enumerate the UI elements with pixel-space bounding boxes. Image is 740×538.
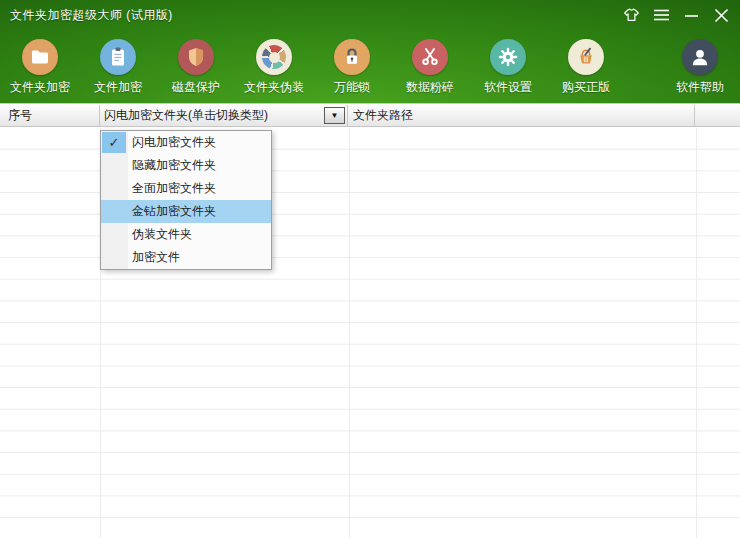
minimize-button[interactable] <box>680 4 702 26</box>
gear-icon <box>490 39 526 75</box>
menu-item-label: 伪装文件夹 <box>132 227 192 241</box>
menu-item-diamond-encrypt-folder[interactable]: 金钻加密文件夹 <box>101 200 271 223</box>
skin-shirt-icon <box>622 7 641 23</box>
app-header: 文件夹加密超级大师 (试用版) 文件夹加密 <box>0 0 740 104</box>
toolbar-buy-genuine[interactable]: 购买正版 <box>552 39 620 96</box>
toolbar-help[interactable]: 软件帮助 <box>666 39 734 96</box>
toolbar-label: 文件加密 <box>94 79 142 96</box>
menu-item-label: 闪电加密文件夹 <box>132 135 216 149</box>
chevron-down-icon: ▼ <box>331 111 339 120</box>
column-divider <box>696 128 697 538</box>
shield-icon <box>178 39 214 75</box>
window-controls <box>620 4 740 26</box>
menu-item-label: 全面加密文件夹 <box>132 181 216 195</box>
person-icon <box>682 39 718 75</box>
toolbar-settings[interactable]: 软件设置 <box>474 39 542 96</box>
padlock-icon <box>334 39 370 75</box>
toolbar-label: 文件夹伪装 <box>244 79 304 96</box>
menu-item-label: 隐藏加密文件夹 <box>132 158 216 172</box>
type-dropdown-button[interactable]: ▼ <box>324 107 345 124</box>
clipboard-icon <box>100 39 136 75</box>
window-title: 文件夹加密超级大师 (试用版) <box>0 7 173 24</box>
minimize-icon <box>684 8 699 22</box>
toolbar-label: 万能锁 <box>334 79 370 96</box>
titlebar: 文件夹加密超级大师 (试用版) <box>0 0 740 30</box>
menu-item-encrypt-file[interactable]: 加密文件 <box>101 246 271 269</box>
scissors-icon <box>412 39 448 75</box>
close-button[interactable] <box>710 4 732 26</box>
skin-button[interactable] <box>620 4 642 26</box>
column-header-empty <box>695 105 740 126</box>
toolbar-label: 文件夹加密 <box>10 79 70 96</box>
toolbar-label: 数据粉碎 <box>406 79 454 96</box>
column-divider <box>349 128 350 538</box>
column-header-index: 序号 <box>0 105 100 126</box>
toolbar-disk-protect[interactable]: 磁盘保护 <box>162 39 230 96</box>
menu-item-hidden-encrypt-folder[interactable]: 隐藏加密文件夹 <box>101 154 271 177</box>
toolbar-universal-lock[interactable]: 万能锁 <box>318 39 386 96</box>
toolbar-folder-encrypt[interactable]: 文件夹加密 <box>6 39 74 96</box>
toolbar-data-shred[interactable]: 数据粉碎 <box>396 39 464 96</box>
basket-icon <box>568 39 604 75</box>
main-menu-icon <box>653 8 670 22</box>
column-header-folder-path: 文件夹路径 <box>348 105 695 126</box>
column-header-encrypt-type[interactable]: 闪电加密文件夹(单击切换类型) ▼ <box>100 105 348 126</box>
toolbar-file-encrypt[interactable]: 文件加密 <box>84 39 152 96</box>
encrypt-type-dropdown-menu: ✓ 闪电加密文件夹 隐藏加密文件夹 全面加密文件夹 金钻加密文件夹 伪装文件夹 … <box>100 130 272 270</box>
close-icon <box>714 8 729 23</box>
folder-icon <box>22 39 58 75</box>
menu-item-flash-encrypt-folder[interactable]: ✓ 闪电加密文件夹 <box>101 131 271 154</box>
menu-item-full-encrypt-folder[interactable]: 全面加密文件夹 <box>101 177 271 200</box>
color-ring-icon <box>256 39 292 75</box>
main-menu-button[interactable] <box>650 4 672 26</box>
column-header-label: 序号 <box>8 107 32 124</box>
check-icon: ✓ <box>102 132 126 153</box>
menu-item-label: 金钻加密文件夹 <box>132 204 216 218</box>
toolbar-folder-disguise[interactable]: 文件夹伪装 <box>240 39 308 96</box>
toolbar-label: 购买正版 <box>562 79 610 96</box>
toolbar-label: 软件帮助 <box>676 79 724 96</box>
column-header-label: 闪电加密文件夹(单击切换类型) <box>104 107 268 124</box>
toolbar: 文件夹加密 文件加密 磁盘保护 文件夹伪装 万能锁 <box>0 30 740 104</box>
menu-item-label: 加密文件 <box>132 250 180 264</box>
menu-item-disguise-folder[interactable]: 伪装文件夹 <box>101 223 271 246</box>
toolbar-label: 软件设置 <box>484 79 532 96</box>
toolbar-label: 磁盘保护 <box>172 79 220 96</box>
column-header-label: 文件夹路径 <box>353 107 413 124</box>
list-header: 序号 闪电加密文件夹(单击切换类型) ▼ 文件夹路径 <box>0 105 740 127</box>
